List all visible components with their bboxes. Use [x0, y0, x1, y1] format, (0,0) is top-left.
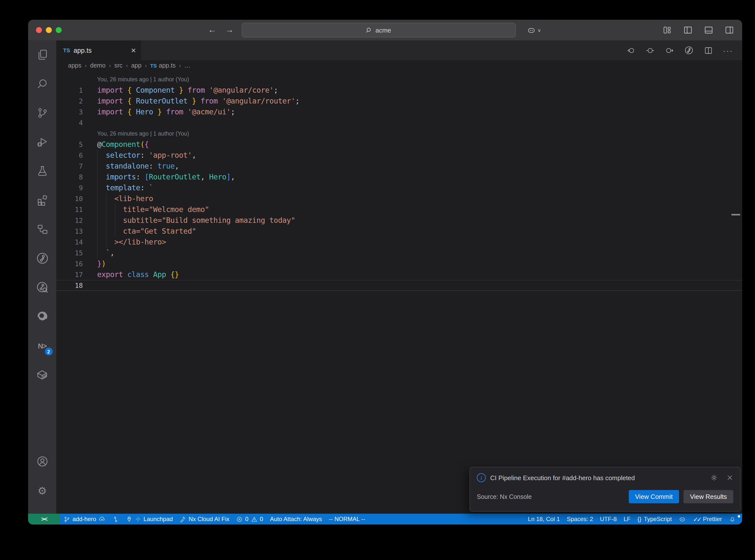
container-tools-icon[interactable]	[30, 363, 54, 386]
copilot-menu[interactable]: ∨	[527, 25, 541, 35]
toggle-panel-icon[interactable]	[704, 25, 714, 35]
braces-icon: {}	[637, 516, 641, 522]
settings-gear-icon[interactable]: ⚙	[30, 479, 54, 502]
typescript-file-icon: TS	[63, 47, 70, 53]
line-number: 17	[56, 269, 83, 280]
split-editor-icon[interactable]	[704, 46, 713, 55]
code-area[interactable]: You, 26 minutes ago | 1 author (You)1imp…	[56, 71, 742, 514]
git-branch-item[interactable]: add-hero	[60, 514, 109, 524]
nx-cloud-fix-item[interactable]: Nx Cloud AI Fix	[176, 514, 233, 524]
code-line[interactable]: 5@Component({	[56, 139, 742, 150]
code-line[interactable]: 15 `,	[56, 247, 742, 258]
indentation-item[interactable]: Spaces: 2	[563, 514, 597, 524]
line-number: 7	[56, 161, 83, 172]
notifications-bell-item[interactable]	[726, 514, 739, 524]
close-tab-icon[interactable]: ✕	[131, 46, 136, 54]
code-line[interactable]: 18	[56, 280, 742, 291]
status-bar: >< add-hero Launchpad Nx Cloud AI Fix 0	[28, 514, 742, 524]
line-number: 15	[56, 247, 83, 258]
code-line[interactable]: 16})	[56, 258, 742, 269]
breadcrumb-symbol-more[interactable]: …	[184, 62, 191, 69]
warning-icon	[251, 516, 257, 522]
nx-project-graph-icon[interactable]	[30, 246, 54, 270]
launchpad-item[interactable]: Launchpad	[122, 514, 176, 524]
code-line[interactable]: 1import { Component } from '@angular/cor…	[56, 85, 742, 96]
testing-icon[interactable]	[30, 159, 54, 183]
run-current-icon[interactable]	[645, 46, 655, 55]
remote-indicator[interactable]: ><	[28, 514, 60, 524]
notification-settings-gear-icon[interactable]	[710, 474, 718, 482]
line-number: 18	[56, 280, 83, 291]
line-number: 4	[56, 117, 83, 128]
rocket-icon	[126, 516, 133, 522]
line-number: 8	[56, 172, 83, 182]
code-line[interactable]: 10 <lib-hero	[56, 193, 742, 204]
code-line[interactable]: 14 ></lib-hero>	[56, 237, 742, 247]
publish-cloud-icon	[99, 516, 105, 522]
line-number: 3	[56, 106, 83, 117]
code-line[interactable]: 4	[56, 117, 742, 128]
forward-arrow-icon[interactable]: →	[225, 25, 234, 35]
close-icon[interactable]	[727, 474, 733, 481]
hierarchy-icon[interactable]	[30, 217, 54, 241]
view-commit-button[interactable]: View Commit	[629, 490, 679, 503]
more-actions-icon[interactable]: ···	[723, 46, 733, 55]
ci-pipeline-item[interactable]	[109, 514, 122, 524]
back-arrow-icon[interactable]: ←	[208, 25, 217, 35]
code-line[interactable]: 9 template: `	[56, 182, 742, 193]
cursor-position-item[interactable]: Ln 18, Col 1	[524, 514, 563, 524]
code-line[interactable]: 11 title="Welcmoe demo"	[56, 204, 742, 215]
problems-item[interactable]: 0 0	[233, 514, 266, 524]
view-results-button[interactable]: View Results	[683, 490, 733, 503]
vim-mode-item[interactable]: -- NORMAL --	[325, 514, 369, 524]
language-mode-item[interactable]: {} TypeScript	[634, 514, 675, 524]
eol-item[interactable]: LF	[620, 514, 634, 524]
search-icon[interactable]	[30, 72, 54, 96]
copilot-status-item[interactable]	[675, 514, 690, 524]
tab-app-ts[interactable]: TS app.ts ✕	[56, 40, 141, 60]
nx-graph-search-icon[interactable]	[30, 276, 54, 299]
customize-layout-icon[interactable]	[662, 25, 672, 35]
command-center-search[interactable]: acme	[242, 23, 516, 38]
search-icon	[366, 27, 373, 33]
nx-console-icon[interactable]: N> 2	[30, 334, 54, 357]
error-icon	[236, 516, 243, 522]
chevron-down-icon: ∨	[538, 27, 541, 33]
editor-group: TS app.ts ✕ ··· apps ›	[56, 40, 742, 514]
source-control-icon[interactable]	[30, 101, 54, 125]
run-back-icon[interactable]	[626, 46, 636, 55]
activity-bar: N> 2 ⚙	[28, 40, 56, 514]
toggle-primary-sidebar-icon[interactable]	[683, 25, 693, 35]
breadcrumb: apps › demo › src › app › TS app.ts › …	[56, 60, 742, 71]
notification-title: CI Pipeline Execution for #add-hero has …	[490, 474, 706, 481]
desktop: ← → acme ∨	[0, 0, 755, 560]
toggle-secondary-sidebar-icon[interactable]	[724, 25, 734, 35]
prettier-item[interactable]: ✓✓ Prettier	[690, 514, 726, 524]
code-line[interactable]: 12 subtitle="Build something amazing tod…	[56, 215, 742, 226]
nx-graph-action-icon[interactable]	[684, 45, 694, 55]
breadcrumb-item[interactable]: apps	[68, 62, 81, 69]
code-line[interactable]: 7 standalone: true,	[56, 161, 742, 172]
breadcrumb-item[interactable]: app	[131, 62, 141, 69]
breadcrumb-item[interactable]: src	[114, 62, 122, 69]
explorer-icon[interactable]	[30, 43, 54, 66]
bell-icon	[729, 516, 736, 522]
code-line[interactable]: 3import { Hero } from '@acme/ui';	[56, 106, 742, 117]
code-line[interactable]: 17export class App {}	[56, 269, 742, 280]
code-line[interactable]: 2import { RouterOutlet } from '@angular/…	[56, 96, 742, 106]
accounts-icon[interactable]	[30, 449, 54, 473]
code-line[interactable]: 8 imports: [RouterOutlet, Hero],	[56, 172, 742, 182]
run-forward-icon[interactable]	[665, 46, 674, 55]
extensions-icon[interactable]	[30, 188, 54, 212]
code-line[interactable]: 13 cta="Get Started"	[56, 226, 742, 237]
minimize-window-button[interactable]	[46, 27, 52, 33]
breadcrumb-file[interactable]: app.ts	[159, 62, 176, 69]
run-debug-icon[interactable]	[30, 130, 54, 154]
breadcrumb-item[interactable]: demo	[90, 62, 106, 69]
encoding-item[interactable]: UTF-8	[596, 514, 620, 524]
zoom-window-button[interactable]	[56, 27, 62, 33]
close-window-button[interactable]	[36, 27, 42, 33]
edge-browser-icon[interactable]	[30, 305, 54, 328]
code-line[interactable]: 6 selector: 'app-root',	[56, 150, 742, 161]
auto-attach-item[interactable]: Auto Attach: Always	[266, 514, 325, 524]
